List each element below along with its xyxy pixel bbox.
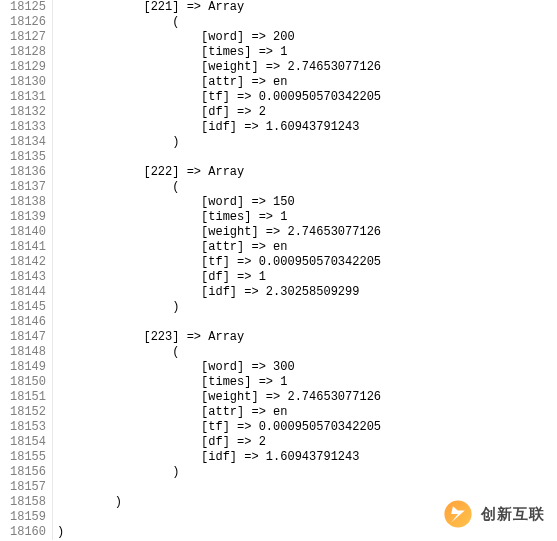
code-line: [tf] => 0.000950570342205 — [57, 255, 557, 270]
line-number: 18127 — [10, 30, 46, 45]
line-number: 18149 — [10, 360, 46, 375]
line-number: 18151 — [10, 390, 46, 405]
code-line — [57, 480, 557, 495]
line-number: 18147 — [10, 330, 46, 345]
code-line: [weight] => 2.74653077126 — [57, 390, 557, 405]
code-line: [attr] => en — [57, 405, 557, 420]
line-number: 18133 — [10, 120, 46, 135]
line-number: 18128 — [10, 45, 46, 60]
line-gutter: 1812518126181271812818129181301813118132… — [0, 0, 53, 540]
line-number: 18134 — [10, 135, 46, 150]
line-number: 18145 — [10, 300, 46, 315]
code-line: [idf] => 1.60943791243 — [57, 120, 557, 135]
line-number: 18135 — [10, 150, 46, 165]
code-line — [57, 150, 557, 165]
code-line: [df] => 2 — [57, 105, 557, 120]
code-line: [times] => 1 — [57, 375, 557, 390]
line-number: 18160 — [10, 525, 46, 540]
code-line: [times] => 1 — [57, 45, 557, 60]
line-number: 18148 — [10, 345, 46, 360]
line-number: 18146 — [10, 315, 46, 330]
line-number: 18155 — [10, 450, 46, 465]
code-content: [221] => Array ( [word] => 200 [times] =… — [53, 0, 557, 540]
code-line: ( — [57, 180, 557, 195]
code-line: ) — [57, 135, 557, 150]
code-line: ( — [57, 345, 557, 360]
code-line: ) — [57, 465, 557, 480]
line-number: 18139 — [10, 210, 46, 225]
code-line: ) — [57, 300, 557, 315]
code-line: [df] => 2 — [57, 435, 557, 450]
code-line: [tf] => 0.000950570342205 — [57, 420, 557, 435]
code-line: [word] => 150 — [57, 195, 557, 210]
code-line: [df] => 1 — [57, 270, 557, 285]
logo-icon — [441, 497, 475, 531]
line-number: 18143 — [10, 270, 46, 285]
line-number: 18140 — [10, 225, 46, 240]
code-line: [times] => 1 — [57, 210, 557, 225]
code-line: [weight] => 2.74653077126 — [57, 225, 557, 240]
line-number: 18142 — [10, 255, 46, 270]
line-number: 18156 — [10, 465, 46, 480]
line-number: 18130 — [10, 75, 46, 90]
line-number: 18154 — [10, 435, 46, 450]
code-line: [223] => Array — [57, 330, 557, 345]
line-number: 18136 — [10, 165, 46, 180]
code-line: [attr] => en — [57, 240, 557, 255]
watermark-text: 创新互联 — [481, 505, 545, 524]
line-number: 18158 — [10, 495, 46, 510]
code-line: [idf] => 1.60943791243 — [57, 450, 557, 465]
code-line: ( — [57, 15, 557, 30]
line-number: 18137 — [10, 180, 46, 195]
code-line — [57, 315, 557, 330]
line-number: 18141 — [10, 240, 46, 255]
code-line: [222] => Array — [57, 165, 557, 180]
code-line: [attr] => en — [57, 75, 557, 90]
line-number: 18132 — [10, 105, 46, 120]
line-number: 18125 — [10, 0, 46, 15]
line-number: 18150 — [10, 375, 46, 390]
code-line: [word] => 300 — [57, 360, 557, 375]
line-number: 18152 — [10, 405, 46, 420]
line-number: 18131 — [10, 90, 46, 105]
code-line: [221] => Array — [57, 0, 557, 15]
code-line: [tf] => 0.000950570342205 — [57, 90, 557, 105]
code-line: [word] => 200 — [57, 30, 557, 45]
line-number: 18159 — [10, 510, 46, 525]
line-number: 18126 — [10, 15, 46, 30]
line-number: 18129 — [10, 60, 46, 75]
code-line: [idf] => 2.30258509299 — [57, 285, 557, 300]
line-number: 18157 — [10, 480, 46, 495]
code-viewer: 1812518126181271812818129181301813118132… — [0, 0, 557, 540]
watermark: 创新互联 — [441, 497, 545, 531]
line-number: 18138 — [10, 195, 46, 210]
code-line: [weight] => 2.74653077126 — [57, 60, 557, 75]
line-number: 18153 — [10, 420, 46, 435]
line-number: 18144 — [10, 285, 46, 300]
